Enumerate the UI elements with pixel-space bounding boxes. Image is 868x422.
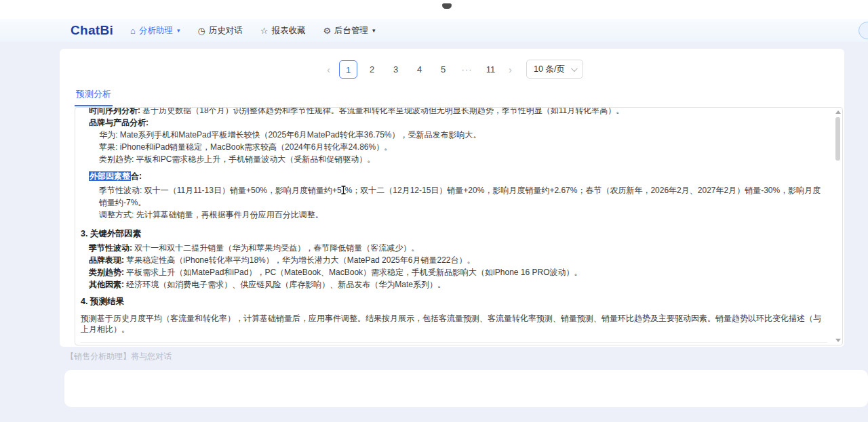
page-number-5[interactable]: 5 [434, 60, 452, 79]
tab-forecast-analysis[interactable]: 预测分析 [75, 88, 113, 106]
chat-input-area[interactable] [64, 370, 868, 407]
key-factor-category: 类别趋势: 平板需求上升（如MatePad和iPad），PC（MateBook、… [89, 267, 827, 278]
nav-item-label: 分析助理 [139, 25, 173, 37]
page-number-11[interactable]: 11 [481, 60, 500, 79]
key-factor-other: 其他因素: 经济环境（如消费电子需求）、供应链风险（库存影响）、新品发布（华为M… [89, 279, 827, 290]
page-number-1[interactable]: 1 [339, 60, 357, 79]
col-header-conversion-forecast: 客流量转化率预测 [260, 343, 408, 346]
assistant-hint-text: 【销售分析助理】将与您对话 [66, 351, 172, 362]
nav-item-label: 报表收藏 [271, 25, 305, 37]
home-icon: ⌂ [130, 26, 136, 35]
page-ellipsis[interactable]: ··· [458, 64, 476, 75]
key-factor-brand: 品牌表现: 苹果稳定性高（iPhone转化率平均18%），华为增长潜力大（Mat… [89, 255, 827, 266]
brand-item-apple: 苹果: iPhone和iPad销量稳定，MacBook需求较高（2024年6月转… [99, 142, 827, 152]
external-factors-heading: 外部因素整合: [89, 171, 827, 182]
clock-icon: ◷ [197, 26, 205, 35]
nav-item-admin[interactable]: ⚙ 后台管理 ▾ [314, 19, 384, 42]
scrollbar-thumb[interactable] [835, 117, 840, 161]
top-navbar: ChatBi ⌂ 分析助理 ▾ ◷ 历史对话 ☆ 报表收藏 ⚙ 后台管理 ▾ [0, 19, 868, 42]
forecast-panel: ‹ 1 2 3 4 5 ··· 11 › 10 条/页 预测分析 时间序列分析:… [60, 49, 844, 347]
chevron-down-icon: ▾ [372, 27, 376, 34]
analysis-content: 时间序列分析: 基于历史数据（18个月）识别整体趋势和季节性规律。客流量和转化率… [75, 107, 842, 345]
section-3-heading: 3. 关键外部因素 [81, 228, 827, 239]
browser-artifact [442, 3, 452, 9]
brand-product-heading: 品牌与产品分析: [89, 117, 827, 128]
brand-item-category-trend: 类别趋势: 平板和PC需求稳步上升，手机销量波动大（受新品和促销驱动）。 [99, 154, 827, 165]
key-factor-seasonal: 季节性波动: 双十一和双十二提升销量（华为和苹果均受益），春节降低销量（客流减少… [89, 242, 827, 253]
analysis-result-scroll-area[interactable]: 时间序列分析: 基于历史数据（18个月）识别整体趋势和季节性规律。客流量和转化率… [75, 107, 843, 345]
col-header-sales-trend: 销量趋势 (环比) [484, 343, 599, 346]
nav-item-analysis-assistant[interactable]: ⌂ 分析助理 ▾ [121, 19, 189, 42]
nav-item-label: 后台管理 [334, 25, 368, 37]
prev-page-button[interactable]: ‹ [321, 64, 336, 75]
page-number-2[interactable]: 2 [363, 60, 381, 79]
nav-menu: ⌂ 分析助理 ▾ ◷ 历史对话 ☆ 报表收藏 ⚙ 后台管理 ▾ [121, 19, 384, 42]
brand-item-huawei: 华为: Mate系列手机和MatePad平板增长较快（2025年6月MatePa… [99, 129, 827, 140]
col-header-sales-forecast: 销量预测 [408, 343, 484, 346]
star-icon: ☆ [260, 26, 269, 35]
nav-item-label: 历史对话 [209, 25, 243, 37]
page-number-3[interactable]: 3 [387, 60, 405, 79]
page-size-value: 10 条/页 [534, 64, 565, 75]
seasonal-fluctuation-line: 季节性波动: 双十一（11月11-13日）销量+50%，影响月度销量约+5%；双… [99, 185, 827, 208]
nav-item-report-favorites[interactable]: ☆ 报表收藏 [252, 19, 315, 42]
adjust-method-line: 调整方式: 先计算基础销量，再根据事件月份应用百分比调整。 [99, 209, 827, 220]
page-size-select[interactable]: 10 条/页 [526, 60, 583, 79]
time-series-analysis-line: 时间序列分析: 基于历史数据（18个月）识别整体趋势和季节性规律。客流量和转化率… [89, 107, 827, 116]
col-header-main-driver: 主要驱动因素 [599, 343, 827, 346]
col-header-month: 月度 [81, 343, 179, 346]
selected-text: 外部因素整 [89, 171, 131, 181]
next-page-button[interactable]: › [502, 64, 518, 75]
nav-item-history-chats[interactable]: ◷ 历史对话 [189, 19, 251, 42]
forecast-description: 预测基于历史月度平均（客流量和转化率），计算基础销量后，应用事件调整。结果按月展… [81, 313, 827, 335]
col-header-traffic-forecast: 客流量预测 [179, 343, 260, 346]
gear-icon: ⚙ [323, 26, 331, 35]
avatar[interactable] [859, 22, 868, 39]
vertical-scrollbar[interactable] [835, 109, 841, 343]
chevron-down-icon: ▾ [177, 27, 180, 34]
pagination: ‹ 1 2 3 4 5 ··· 11 › 10 条/页 [60, 60, 844, 79]
table-header-row: 月度 客流量预测 客流量转化率预测 销量预测 销量趋势 (环比) 主要驱动因素 [81, 343, 827, 346]
page-number-4[interactable]: 4 [410, 60, 429, 79]
forecast-table: 月度 客流量预测 客流量转化率预测 销量预测 销量趋势 (环比) 主要驱动因素 … [81, 342, 827, 345]
scroll-up-arrow-icon[interactable] [835, 110, 841, 114]
app-logo: ChatBi [71, 23, 113, 38]
section-4-heading: 4. 预测结果 [81, 296, 827, 307]
scroll-down-arrow-icon[interactable] [835, 339, 841, 342]
chevron-down-icon [571, 65, 578, 72]
